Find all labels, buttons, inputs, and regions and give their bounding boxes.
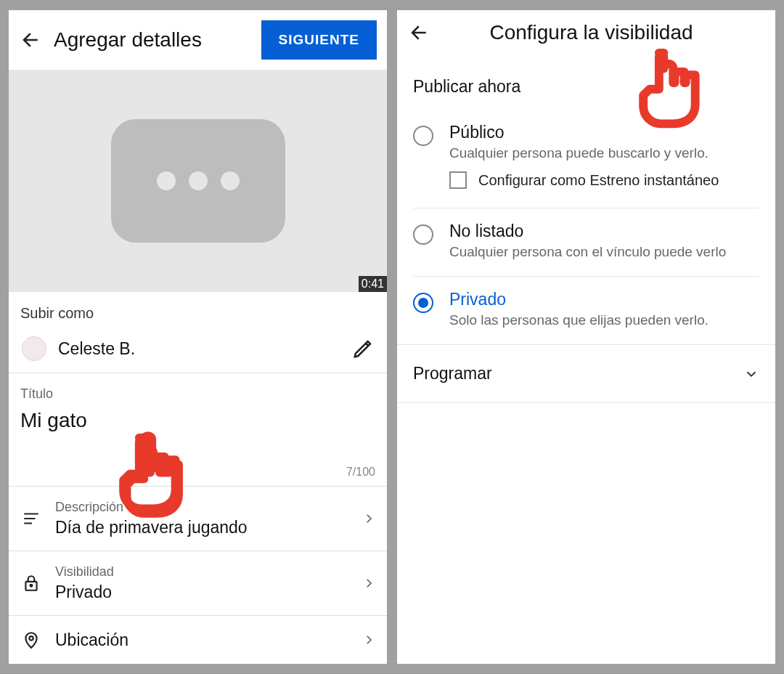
video-duration: 0:41 — [359, 276, 387, 292]
premiere-label: Configurar como Estreno instantáneo — [478, 172, 719, 189]
premiere-checkbox[interactable] — [449, 171, 467, 189]
option-private[interactable]: Privado Solo las personas que elijas pue… — [413, 276, 759, 344]
description-label: Descripción — [55, 500, 349, 515]
description-row[interactable]: Descripción Día de primavera jugando — [9, 487, 387, 551]
svg-point-2 — [29, 636, 33, 640]
premiere-checkbox-row[interactable]: Configurar como Estreno instantáneo — [449, 171, 759, 189]
header: Configura la visibilidad — [397, 10, 775, 55]
screen-add-details: Agregar detalles SIGUIENTE 0:41 Subir co… — [9, 10, 387, 664]
page-title: Configura la visibilidad — [442, 21, 765, 44]
title-char-counter: 7/100 — [20, 466, 375, 479]
back-button[interactable] — [407, 20, 432, 45]
option-public-desc: Cualquier persona puede buscarlo y verlo… — [449, 145, 759, 161]
publish-now-heading: Publicar ahora — [397, 55, 775, 110]
option-private-title: Privado — [449, 290, 759, 309]
upload-as-row[interactable]: Celeste B. — [9, 329, 387, 373]
title-field-block: Título 7/100 — [9, 373, 387, 487]
title-input[interactable] — [20, 409, 375, 432]
next-button[interactable]: SIGUIENTE — [261, 20, 377, 60]
option-private-desc: Solo las personas que elijas pueden verl… — [449, 312, 759, 328]
option-public-title: Público — [449, 123, 759, 142]
back-button[interactable] — [19, 28, 44, 52]
description-icon — [20, 508, 42, 529]
screen-visibility: Configura la visibilidad Publicar ahora … — [397, 10, 775, 664]
location-row[interactable]: Ubicación — [9, 616, 387, 664]
header: Agregar detalles SIGUIENTE — [9, 10, 387, 70]
radio-private[interactable] — [413, 293, 433, 313]
visibility-label: Visibilidad — [55, 564, 349, 580]
option-unlisted-title: No listado — [449, 222, 759, 241]
location-icon — [20, 629, 42, 651]
chevron-right-icon — [362, 577, 375, 590]
location-label: Ubicación — [55, 630, 349, 650]
chevron-right-icon — [362, 633, 375, 646]
back-arrow-icon — [20, 29, 42, 51]
thumbnail-placeholder-icon — [111, 119, 285, 243]
edit-channel-button[interactable] — [352, 338, 374, 360]
radio-unlisted[interactable] — [413, 224, 433, 245]
option-unlisted[interactable]: No listado Cualquier persona con el vínc… — [413, 208, 759, 276]
chevron-down-icon — [743, 366, 759, 382]
visibility-row[interactable]: Visibilidad Privado — [9, 551, 387, 616]
schedule-label: Programar — [413, 364, 492, 383]
pencil-icon — [352, 338, 374, 360]
page-title: Agregar detalles — [54, 28, 251, 52]
video-thumbnail[interactable]: 0:41 — [9, 70, 387, 292]
option-unlisted-desc: Cualquier persona con el vínculo puede v… — [449, 244, 759, 260]
username: Celeste B. — [58, 339, 340, 359]
description-value: Día de primavera jugando — [55, 518, 349, 537]
schedule-section: Programar — [397, 344, 775, 403]
visibility-value: Privado — [55, 582, 349, 602]
radio-public[interactable] — [413, 126, 433, 146]
schedule-row[interactable]: Programar — [397, 345, 775, 402]
back-arrow-icon — [409, 22, 430, 44]
svg-point-1 — [30, 585, 33, 587]
title-label: Título — [20, 386, 375, 402]
chevron-right-icon — [362, 512, 375, 525]
lock-icon — [20, 572, 42, 594]
visibility-options: Público Cualquier persona puede buscarlo… — [397, 110, 775, 344]
upload-as-label: Subir como — [9, 292, 387, 329]
option-public[interactable]: Público Cualquier persona puede buscarlo… — [413, 110, 759, 208]
avatar — [22, 336, 46, 361]
